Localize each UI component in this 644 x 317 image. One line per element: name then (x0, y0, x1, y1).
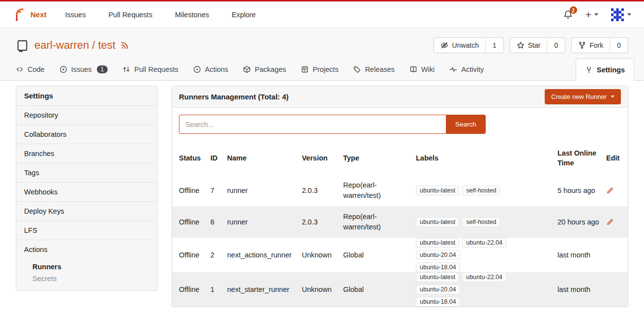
navbar-link-pull-requests[interactable]: Pull Requests (108, 9, 152, 21)
play-icon (193, 65, 201, 73)
runner-labels: ubuntu-latestubuntu-22.04ubuntu-20.04ubu… (416, 238, 512, 272)
repo-action-buttons: Unwatch1Star0Fork0 (434, 37, 628, 53)
chevron-down-icon (611, 95, 615, 98)
sidebar-item-actions[interactable]: Actions (16, 240, 157, 259)
runner-name: next_actions_runner (227, 251, 302, 259)
runner-label-chip: ubuntu-latest (416, 186, 459, 195)
sidebar-item-deploy-keys[interactable]: Deploy Keys (16, 201, 157, 221)
runner-last-online: last month (557, 285, 606, 293)
fork-count[interactable]: 0 (610, 38, 628, 53)
wrench-icon (585, 66, 593, 74)
sidebar-item-runners[interactable]: Runners (32, 261, 149, 273)
star-button[interactable]: Star (510, 38, 547, 53)
sidebar-item-collaborators[interactable]: Collaborators (16, 125, 157, 144)
runner-last-online: last month (557, 251, 606, 259)
runner-id: 7 (210, 187, 227, 194)
search-input[interactable] (179, 115, 446, 134)
panel-title: Runners Management (Total: 4) (179, 93, 289, 101)
tab-label: Actions (205, 65, 229, 73)
sidebar-item-secrets[interactable]: Secrets (32, 273, 149, 285)
rss-feed-icon[interactable] (120, 41, 129, 50)
runner-labels: ubuntu-latestself-hosted (416, 217, 512, 227)
repo-tab-bar: CodeIssues1Pull RequestsActionsPackagesP… (0, 59, 644, 80)
tab-settings[interactable]: Settings (576, 59, 634, 81)
runner-type: Global (343, 285, 416, 295)
tab-issues[interactable]: Issues1 (59, 59, 108, 80)
repository-icon (16, 39, 29, 52)
runner-labels: ubuntu-latestself-hosted (416, 186, 512, 195)
runner-label-chip: ubuntu-latest (416, 217, 459, 227)
pencil-icon (606, 187, 616, 194)
repo-header: earl-warren / test Unwatch1Star0Fork0 Co… (0, 28, 644, 81)
repo-owner-link[interactable]: earl-warren (34, 39, 89, 52)
fork-button[interactable]: Fork (572, 38, 610, 53)
tab-label: Packages (255, 65, 286, 73)
table-row: Offline7runner2.0.3Repo(earl-warren/test… (172, 175, 628, 206)
tab-activity[interactable]: Activity (449, 59, 484, 80)
sidebar-item-lfs[interactable]: LFS (16, 221, 157, 240)
runner-version: 2.0.3 (302, 218, 343, 226)
runner-label-chip: ubuntu-22.04 (462, 238, 506, 248)
tab-label: Code (28, 65, 45, 73)
edit-runner-button[interactable] (606, 187, 621, 194)
tab-projects[interactable]: Projects (301, 59, 338, 80)
runner-name: runner (227, 218, 302, 226)
runner-label-chip: ubuntu-20.04 (416, 285, 460, 294)
sidebar-item-webhooks[interactable]: Webhooks (16, 182, 157, 201)
edit-runner-button[interactable] (606, 218, 621, 226)
notification-count-badge: 2 (570, 6, 577, 14)
unwatch-count[interactable]: 1 (485, 38, 503, 53)
unwatch-label: Unwatch (452, 41, 478, 49)
fork-button-group: Fork0 (571, 37, 628, 53)
create-new-runner-button[interactable]: Create new Runner (545, 89, 621, 104)
unwatch-button[interactable]: Unwatch (434, 38, 485, 53)
sidebar-item-branches[interactable]: Branches (16, 144, 157, 163)
search-button[interactable]: Search (446, 115, 486, 134)
tab-actions[interactable]: Actions (193, 59, 229, 80)
tab-pull-requests[interactable]: Pull Requests (122, 59, 178, 80)
runner-status: Offline (179, 251, 210, 259)
pr-icon (122, 65, 130, 73)
tab-label: Projects (313, 65, 338, 73)
tab-releases[interactable]: Releases (353, 59, 394, 80)
sidebar-item-repository[interactable]: Repository (16, 105, 157, 125)
runner-id: 6 (210, 218, 227, 226)
tab-packages[interactable]: Packages (243, 59, 286, 80)
book-icon (410, 65, 417, 73)
table-row: Offline1next_starter_runnerUnknownGlobal… (172, 272, 628, 307)
project-icon (301, 65, 309, 73)
eye-slash-icon (440, 41, 448, 49)
star-count[interactable]: 0 (547, 38, 565, 53)
notifications-button[interactable]: 2 (563, 10, 573, 19)
chevron-down-icon (594, 13, 598, 16)
repo-path-separator: / (92, 39, 95, 52)
column-header-version: Version (302, 154, 343, 163)
runner-labels: ubuntu-latestubuntu-22.04ubuntu-20.04ubu… (416, 272, 512, 307)
pencil-icon (606, 218, 616, 226)
navbar-link-milestones[interactable]: Milestones (175, 9, 209, 21)
tab-label: Pull Requests (134, 65, 178, 73)
runner-last-online: 20 hours ago (557, 218, 606, 226)
brand-link[interactable]: Next (30, 10, 47, 19)
forgejo-logo-icon[interactable] (13, 8, 27, 22)
runner-name: runner (227, 187, 302, 194)
runner-id: 2 (210, 251, 227, 259)
sidebar-item-tags[interactable]: Tags (16, 163, 157, 182)
column-header-edit: Edit (606, 154, 621, 163)
runner-type: Repo(earl-warren/test) (343, 180, 416, 201)
star-icon (517, 41, 525, 49)
runner-version: Unknown (302, 251, 343, 259)
tab-label: Issues (71, 65, 92, 73)
navbar-link-explore[interactable]: Explore (232, 9, 256, 21)
tab-label: Releases (365, 65, 394, 73)
runner-id: 1 (210, 285, 227, 293)
create-menu-button[interactable]: + (585, 9, 598, 21)
column-header-labels: Labels (416, 154, 557, 163)
user-menu-button[interactable] (611, 8, 631, 21)
star-label: Star (528, 41, 541, 49)
tab-code[interactable]: Code (16, 59, 45, 80)
runner-label-chip: ubuntu-22.04 (462, 272, 506, 282)
repo-name-link[interactable]: test (98, 39, 115, 52)
navbar-link-issues[interactable]: Issues (65, 9, 86, 21)
tab-wiki[interactable]: Wiki (410, 59, 435, 80)
